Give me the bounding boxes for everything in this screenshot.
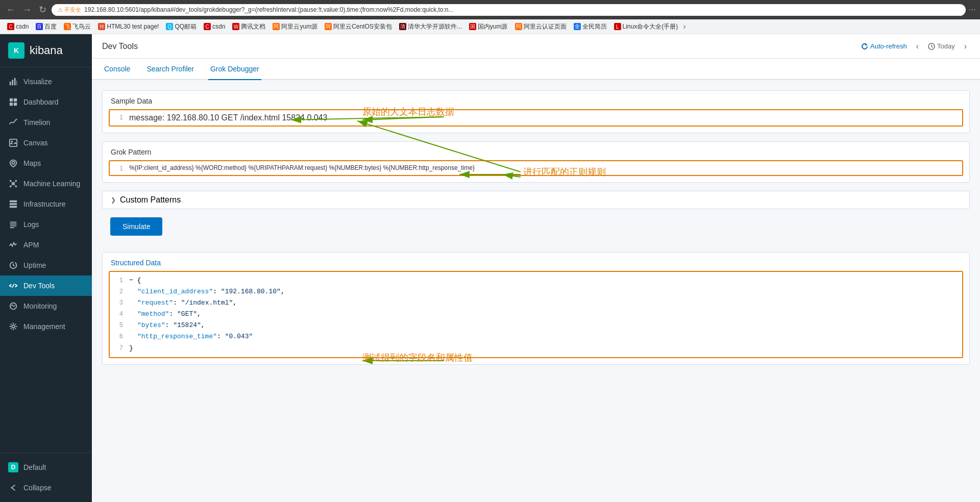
json-line-7: 7 } [115, 343, 957, 354]
today-button[interactable]: Today [928, 42, 955, 50]
bookmark-linux[interactable]: L Linux命令大全(手册) [611, 21, 681, 32]
structured-data-code: 1 − { 2 "client_id_address": "192.168.80… [115, 275, 957, 354]
bookmark-wps[interactable]: W 腾讯文档 [229, 21, 268, 32]
svg-rect-5 [14, 98, 17, 102]
json-line-2: 2 "client_id_address": "192.168.80.10", [115, 286, 957, 297]
sample-data-line: 1 message: 192.168.80.10 GET /index.html… [115, 113, 957, 122]
sidebar-item-dashboard[interactable]: Dashboard [0, 92, 92, 112]
sidebar-item-management-label: Management [23, 322, 65, 331]
auto-refresh-button[interactable]: Auto-refresh [861, 42, 907, 50]
sample-data-box[interactable]: 1 message: 192.168.80.10 GET /index.html… [109, 109, 963, 127]
sidebar-item-apm-label: APM [23, 241, 39, 249]
sidebar-item-canvas[interactable]: Canvas [0, 133, 92, 153]
sidebar-item-visualize[interactable]: Visualize [0, 71, 92, 92]
sidebar-item-default[interactable]: D Default [0, 457, 92, 478]
qq-icon: Q [166, 23, 173, 30]
timelion-icon [8, 117, 18, 128]
address-bar[interactable]: ⚠ 不安全 192.168.80.10:5601/app/kibana#/dev… [52, 4, 966, 16]
prev-nav-button[interactable]: ‹ [913, 41, 922, 52]
svg-point-10 [12, 161, 14, 164]
json-linenum-2: 2 [115, 287, 123, 297]
bookmarks-more[interactable]: › [682, 21, 687, 32]
devtools-header: Dev Tools Auto-refresh ‹ Today › [92, 34, 980, 59]
grok-pattern-label: Grok Pattern [103, 142, 969, 160]
qinghua-icon: 清 [399, 23, 406, 30]
svg-rect-21 [10, 203, 17, 205]
json-linenum-5: 5 [115, 320, 123, 331]
sidebar-item-uptime[interactable]: Uptime [0, 255, 92, 275]
forward-button[interactable]: → [20, 4, 34, 16]
simulate-button[interactable]: Simulate [110, 217, 162, 236]
svg-point-15 [15, 186, 17, 188]
bookmark-qinghua[interactable]: 清 清华大学开源软件... [396, 21, 465, 32]
grok-pattern-line: 1 %{IP:client_id_address} %{WORD:method}… [115, 164, 957, 172]
chevron-right-icon: ❯ [111, 196, 116, 204]
sidebar-item-logs-label: Logs [23, 220, 39, 229]
sidebar-item-apm[interactable]: APM [0, 235, 92, 255]
simulate-btn-container: Simulate [102, 217, 970, 244]
json-line-1: 1 − { [115, 275, 957, 286]
sidebar-item-dashboard-label: Dashboard [23, 98, 59, 106]
sidebar-item-devtools[interactable]: Dev Tools [0, 275, 92, 296]
sidebar-item-maps[interactable]: Maps [0, 153, 92, 173]
sidebar-collapse-label: Collapse [23, 484, 51, 492]
baidu-icon: 百 [36, 23, 43, 30]
json-line-3: 3 "request": "/index.html", [115, 297, 957, 309]
bookmark-alicos[interactable]: 阿 阿里云CentOS安装包 [322, 21, 395, 32]
sidebar-item-management[interactable]: Management [0, 316, 92, 337]
bookmark-html30[interactable]: H HTML30 test page! [95, 22, 162, 31]
sidebar-item-ml[interactable]: Machine Learning [0, 173, 92, 194]
tab-search-profiler[interactable]: Search Profiler [144, 59, 196, 80]
alicos-icon: 阿 [325, 23, 332, 30]
grok-pattern-box[interactable]: 1 %{IP:client_id_address} %{WORD:method}… [109, 160, 963, 176]
more-button[interactable]: ⋯ [969, 6, 976, 14]
structured-data-box[interactable]: 1 − { 2 "client_id_address": "192.168.80… [109, 271, 963, 358]
bookmark-aliyum[interactable]: 阿 阿里云yum源 [270, 21, 321, 32]
custom-patterns-row[interactable]: ❯ Custom Patterns [103, 191, 969, 209]
content-area: Sample Data 1 message: 192.168.80.10 GET… [92, 80, 980, 502]
json-val-2: "/index.html" [181, 299, 233, 307]
bookmark-aliauth[interactable]: 阿 阿里云认证页面 [512, 21, 570, 32]
sample-data-content: message: 192.168.80.10 GET /index.html 1… [129, 113, 327, 122]
json-line-6: 6 "http_response_time": "0.043" [115, 331, 957, 342]
content-wrapper: Sample Data 1 message: 192.168.80.10 GET… [102, 90, 970, 365]
monitoring-icon [8, 301, 18, 311]
next-nav-button[interactable]: › [961, 41, 970, 52]
sidebar-item-logs[interactable]: Logs [0, 214, 92, 235]
svg-line-18 [11, 185, 12, 186]
sidebar-item-timelion[interactable]: Timelion [0, 112, 92, 133]
url-text: 192.168.80.10:5601/app/kibana#/dev_tools… [84, 6, 453, 13]
svg-point-12 [10, 180, 12, 182]
svg-point-14 [10, 186, 12, 188]
grok-pattern-section: Grok Pattern 1 %{IP:client_id_address} %… [102, 141, 970, 183]
canvas-icon [8, 138, 18, 148]
tab-console[interactable]: Console [102, 59, 132, 80]
sidebar-item-infrastructure-label: Infrastructure [23, 200, 65, 208]
sidebar-item-infrastructure[interactable]: Infrastructure [0, 194, 92, 214]
logs-icon [8, 219, 18, 230]
ali-icon: 阿 [273, 23, 280, 30]
bookmark-csdn[interactable]: C csdn [4, 22, 32, 31]
json-linenum-6: 6 [115, 332, 123, 342]
bookmark-baidu[interactable]: 百 百度 [33, 21, 60, 32]
svg-rect-2 [14, 78, 16, 85]
reload-button[interactable]: ↻ [37, 3, 48, 16]
wps-icon: W [232, 23, 239, 30]
json-val-4: "15824" [173, 321, 201, 329]
bookmark-fly[interactable]: 飞 飞鸟云 [61, 21, 94, 32]
bookmark-csdn2[interactable]: C csdn [201, 22, 228, 31]
bookmark-quanmin[interactable]: 全 全民简历 [571, 21, 610, 32]
main-content: Dev Tools Auto-refresh ‹ Today › Console [92, 34, 980, 502]
sidebar-item-monitoring[interactable]: Monitoring [0, 296, 92, 316]
sidebar-item-ml-label: Machine Learning [23, 180, 80, 188]
sidebar-item-collapse[interactable]: Collapse [0, 478, 92, 498]
bookmark-qq[interactable]: Q QQ邮箱 [163, 21, 200, 32]
json-linenum-7: 7 [115, 343, 123, 354]
browser-chrome: ← → ↻ ⚠ 不安全 192.168.80.10:5601/app/kiban… [0, 0, 980, 19]
tab-grok-debugger[interactable]: Grok Debugger [208, 59, 261, 80]
back-button[interactable]: ← [4, 4, 17, 16]
bookmark-guoyum[interactable]: 国 国内yum源 [466, 21, 511, 32]
svg-rect-3 [16, 81, 17, 85]
svg-point-9 [11, 141, 13, 143]
json-line-4: 4 "method": "GET", [115, 309, 957, 320]
